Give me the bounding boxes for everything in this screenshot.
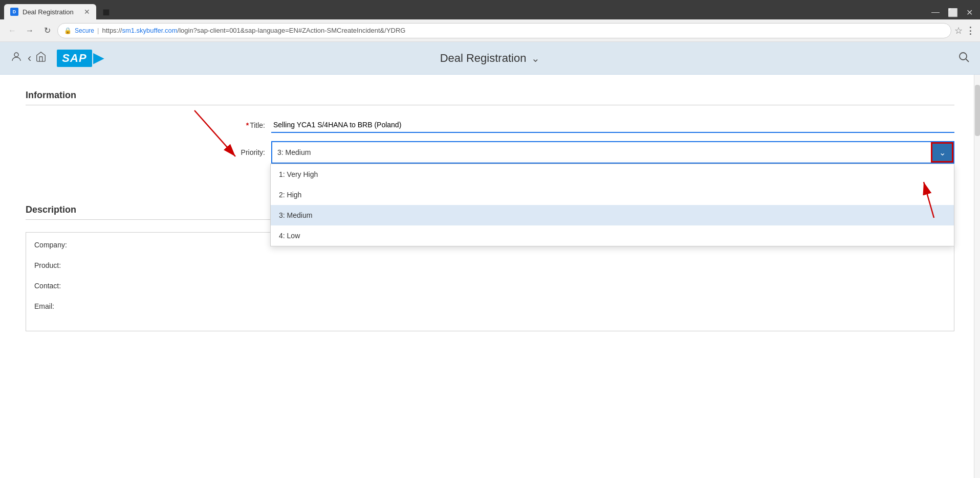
- more-options-button[interactable]: ⋮: [966, 25, 975, 36]
- refresh-button[interactable]: ↻: [40, 24, 54, 38]
- url-separator: |: [97, 27, 99, 34]
- svg-point-1: [960, 53, 967, 60]
- priority-label: Priority:: [26, 148, 271, 156]
- title-label: *Title:: [26, 121, 271, 129]
- title-chevron-icon[interactable]: ⌄: [531, 52, 540, 64]
- address-bar[interactable]: 🔒 Secure | https://sm1.skybuffer.com/log…: [57, 23, 951, 38]
- tab-favicon: D: [10, 8, 18, 16]
- priority-select-wrapper: 3: Medium ⌄: [271, 141, 954, 164]
- sap-logo: SAP ▶: [57, 50, 103, 67]
- browser-chrome: D Deal Registration ✕ ◼ — ⬜ ✕ ← → ↻ 🔒 Se…: [0, 0, 980, 42]
- minimize-button[interactable]: —: [931, 8, 940, 17]
- priority-input-area: 3: Medium ⌄ 1: Very High 2: High 3: Medi…: [271, 141, 954, 164]
- title-input-area: [271, 118, 954, 133]
- sap-logo-text: SAP: [62, 52, 86, 64]
- contact-label: Contact:: [34, 282, 85, 290]
- search-button[interactable]: [957, 51, 970, 66]
- svg-point-0: [14, 53, 18, 57]
- window-controls: — ⬜ ✕: [931, 8, 980, 19]
- user-icon[interactable]: [10, 51, 23, 66]
- title-form-row: *Title:: [26, 118, 954, 133]
- secure-label: Secure: [75, 27, 94, 34]
- url-text: https://sm1.skybuffer.com/login?sap-clie…: [102, 27, 405, 34]
- tab-close-button[interactable]: ✕: [84, 8, 90, 16]
- scrollbar-thumb[interactable]: [975, 85, 980, 136]
- tab-bar: D Deal Registration ✕ ◼ — ⬜ ✕: [0, 0, 980, 19]
- sap-title-area: Deal Registration ⌄: [440, 52, 540, 65]
- title-input[interactable]: [271, 118, 954, 133]
- browser-nav-bar: ← → ↻ 🔒 Secure | https://sm1.skybuffer.c…: [0, 19, 980, 42]
- information-divider: [26, 105, 954, 105]
- svg-line-2: [966, 59, 969, 62]
- email-label: Email:: [34, 302, 85, 310]
- home-button[interactable]: [35, 51, 47, 65]
- close-button[interactable]: ✕: [966, 8, 973, 17]
- back-nav-button[interactable]: ←: [5, 24, 19, 38]
- priority-dropdown-button[interactable]: ⌄: [931, 142, 953, 163]
- priority-option-very-high[interactable]: 1: Very High: [271, 164, 954, 185]
- information-section-header: Information: [26, 90, 954, 101]
- priority-selected-value[interactable]: 3: Medium: [272, 144, 931, 161]
- priority-option-medium[interactable]: 3: Medium: [271, 205, 954, 225]
- email-row: Email:: [34, 302, 946, 316]
- priority-form-row: Priority: 3: Medium ⌄ 1: Very High 2: Hi…: [26, 141, 954, 164]
- forward-nav-button[interactable]: →: [23, 24, 37, 38]
- main-content: Information *Title: Priority: 3: Medium …: [0, 75, 980, 478]
- description-form: Company: Product: Contact: Email:: [26, 232, 954, 331]
- inactive-tab-icon: ◼: [102, 6, 110, 17]
- bookmark-button[interactable]: ☆: [954, 25, 963, 36]
- company-label: Company:: [34, 241, 85, 249]
- sap-header: ‹ SAP ▶ Deal Registration ⌄: [0, 42, 980, 75]
- inactive-tab[interactable]: ◼: [96, 4, 122, 19]
- maximize-button[interactable]: ⬜: [948, 8, 958, 17]
- lock-icon: 🔒: [64, 27, 72, 34]
- product-row: Product:: [34, 261, 946, 276]
- page-title: Deal Registration: [440, 52, 527, 65]
- priority-option-high[interactable]: 2: High: [271, 185, 954, 205]
- back-button[interactable]: ‹: [28, 52, 31, 65]
- scrollbar[interactable]: [974, 75, 980, 478]
- required-indicator: *: [246, 121, 249, 129]
- contact-row: Contact:: [34, 282, 946, 296]
- product-label: Product:: [34, 261, 85, 269]
- chevron-down-icon: ⌄: [939, 148, 946, 157]
- priority-option-low[interactable]: 4: Low: [271, 225, 954, 246]
- priority-dropdown-menu: 1: Very High 2: High 3: Medium 4: Low: [270, 164, 954, 246]
- tab-title: Deal Registration: [23, 8, 80, 16]
- active-tab[interactable]: D Deal Registration ✕: [4, 4, 96, 19]
